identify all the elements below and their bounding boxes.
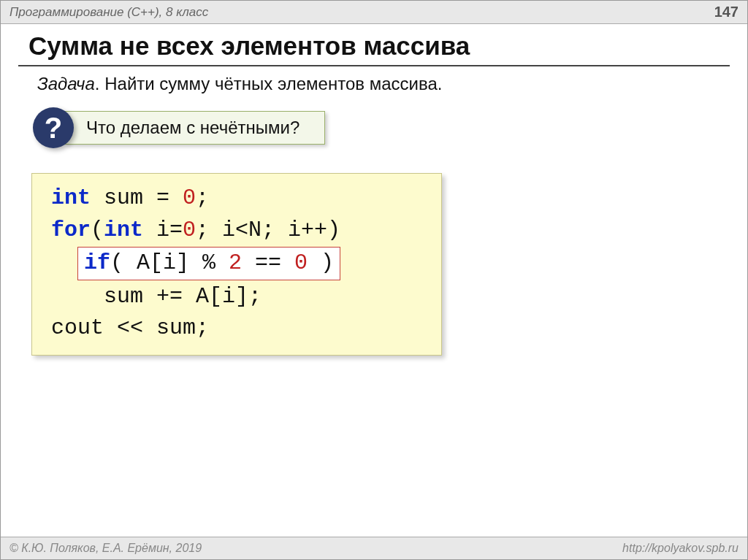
- code-line-1: int sum = 0;: [51, 183, 422, 215]
- code-line-4: sum += A[i];: [51, 281, 422, 313]
- question-callout: ? Что делаем с нечётными?: [18, 107, 730, 148]
- page-number: 147: [714, 4, 739, 20]
- slide-footer: © К.Ю. Поляков, Е.А. Ерёмин, 2019 http:/…: [1, 537, 747, 559]
- slide-title: Сумма не всех элементов массива: [18, 30, 730, 66]
- code-line-5: cout << sum;: [51, 312, 422, 345]
- task-text: . Найти сумму чётных элементов массива.: [95, 74, 443, 93]
- course-label: Программирование (C++), 8 класс: [9, 5, 208, 20]
- slide-content: Сумма не всех элементов массива Задача. …: [1, 24, 747, 537]
- code-block: int sum = 0; for(int i=0; i<N; i++) if( …: [31, 173, 442, 356]
- highlighted-if: if( A[i] % 2 == 0 ): [77, 247, 340, 280]
- question-icon: ?: [33, 107, 74, 148]
- question-text: Что делаем с нечётными?: [65, 111, 325, 145]
- task-statement: Задача. Найти сумму чётных элементов мас…: [18, 72, 730, 107]
- slide-header: Программирование (C++), 8 класс 147: [1, 1, 747, 24]
- footer-url: http://kpolyakov.spb.ru: [622, 542, 739, 555]
- copyright: © К.Ю. Поляков, Е.А. Ерёмин, 2019: [9, 542, 202, 555]
- code-line-3: if( A[i] % 2 == 0 ): [51, 246, 422, 281]
- task-label: Задача: [37, 74, 95, 93]
- code-line-2: for(int i=0; i<N; i++): [51, 215, 422, 247]
